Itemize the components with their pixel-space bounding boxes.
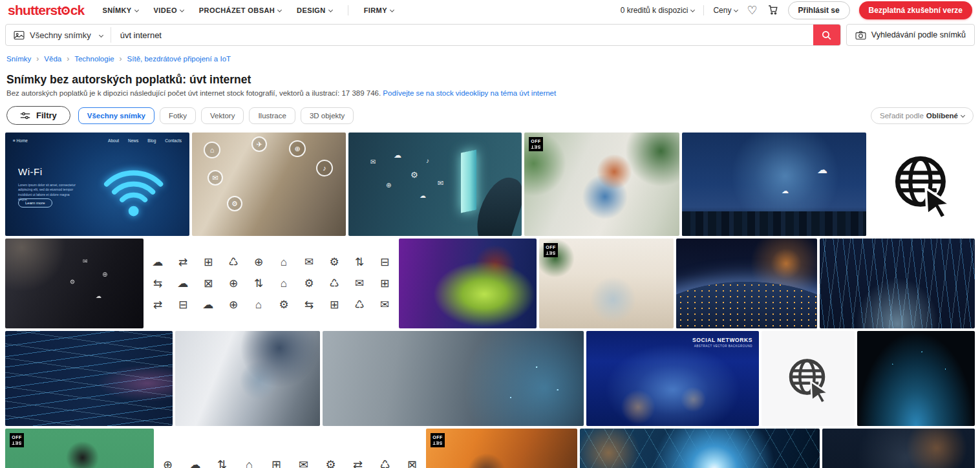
hand-silhouette — [470, 172, 522, 236]
page-title: Snímky bez autorských poplatků: úvt inte… — [6, 73, 974, 87]
icon-glyph: ⚙ — [329, 257, 340, 268]
icon-glyph: ⊟ — [379, 257, 390, 268]
thumbnail-dark-phone-laptop[interactable]: ✉ ⊕ ⚙ ☁ — [5, 239, 144, 328]
thumbnail-hands-phone-globe-hologram[interactable] — [175, 331, 320, 426]
search-input[interactable] — [111, 25, 813, 45]
breadcrumb-snimky[interactable]: Snímky — [6, 55, 31, 63]
thumbnail-data-transfer-icons-set[interactable]: ☁⇄⊞♺⊕⌂✉⚙⇅⊟⇆☁⊠⊕⇅⌂⚙♺✉⊞⇄⊟☁⊕⌂⚙⇆⊞♺✉ — [146, 239, 396, 328]
thumbnail-woman-floor-tablet[interactable]: OFFSET — [539, 239, 674, 328]
menu-icon: ≡ — [13, 138, 16, 143]
worldmap-caption: SOCIAL NETWORKS ABSTRACT VECTOR BACKGROU… — [692, 337, 752, 348]
wifi-icon — [80, 139, 187, 224]
breadcrumb-technologie[interactable]: Technologie — [74, 55, 114, 63]
music-icon: ♪ — [316, 160, 333, 176]
search-button[interactable] — [813, 25, 840, 45]
chevron-down-icon — [134, 8, 139, 12]
top-header: shutterst ck SNÍMKY VIDEO PROCHÁZET OBSA… — [0, 0, 980, 21]
thumbnail-globe-cursor-gray-icon[interactable] — [762, 331, 855, 426]
offset-badge: OFFSET — [544, 243, 558, 257]
thumbnail-neon-woman-phone[interactable] — [399, 239, 537, 328]
page-subtitle: Bez autorských poplatků je k dipozici ná… — [6, 89, 974, 97]
home-icon: ⌂ — [204, 142, 220, 158]
icon-glyph: ⊕ — [228, 278, 239, 289]
grid-row-1: ≡ Home About News Blog Contacts Wi-Fi Lo… — [5, 133, 975, 236]
signin-button[interactable]: Přihlásit se — [788, 1, 850, 19]
globe-cursor-icon — [784, 355, 832, 403]
icon-glyph: ⊞ — [329, 299, 340, 310]
cart-icon[interactable] — [767, 3, 779, 18]
thumbnail-blue-light-streaks[interactable] — [5, 331, 173, 426]
thumbnail-wifi-landing-page[interactable]: ≡ Home About News Blog Contacts Wi-Fi Lo… — [5, 133, 189, 236]
header-divider — [703, 5, 704, 16]
pill-vsechny-snimky[interactable]: Všechny snímky — [78, 107, 154, 124]
globe-cursor-icon — [888, 151, 955, 218]
filters-button[interactable]: Filtry — [6, 106, 70, 125]
thumbnail-typing-network-overlay[interactable] — [323, 331, 584, 426]
breadcrumb-separator: › — [120, 54, 122, 63]
icon-glyph: ⌂ — [279, 257, 290, 268]
chevron-down-icon — [328, 8, 333, 12]
icon-glyph: ⇅ — [253, 278, 264, 289]
breadcrumb-veda[interactable]: Věda — [44, 55, 61, 63]
thumbnail-man-orange-light[interactable]: OFFSET — [426, 429, 577, 468]
icon-glyph: ⌂ — [253, 299, 264, 310]
pill-ilustrace[interactable]: Ilustrace — [249, 107, 295, 124]
icon-glyph: ⇅ — [217, 459, 228, 468]
nav-snimky[interactable]: SNÍMKY — [102, 6, 138, 14]
breadcrumb-site[interactable]: Sítě, bezdrátové připojení a IoT — [127, 55, 231, 63]
shutterstock-logo[interactable]: shutterst ck — [8, 3, 84, 18]
search-category-dropdown[interactable]: Všechny snímky — [6, 25, 111, 45]
search-category-label: Všechny snímky — [30, 30, 91, 40]
icon-glyph: ⊠ — [203, 278, 214, 289]
grid-row-3: SOCIAL NETWORKS ABSTRACT VECTOR BACKGROU… — [5, 331, 975, 426]
pricing-menu[interactable]: Ceny — [713, 6, 738, 15]
thumbnail-fiber-light-streams[interactable] — [820, 239, 975, 328]
logo-text-suffix: ck — [70, 3, 85, 18]
earth-curve — [676, 282, 817, 328]
icon-glyph: ✉ — [298, 459, 310, 468]
credits-menu[interactable]: 0 kreditů k dispozici — [621, 6, 695, 15]
pill-fotky[interactable]: Fotky — [160, 107, 196, 124]
icon-glyph: ⊞ — [379, 278, 390, 289]
logo-text-prefix: shutterst — [8, 3, 61, 18]
search-by-image-button[interactable]: Vyhledávání podle snímků — [846, 24, 975, 46]
sliders-icon — [20, 111, 30, 120]
city-skyline — [682, 211, 866, 236]
nav-prochazet-obsah[interactable]: PROCHÁZET OBSAH — [199, 6, 281, 14]
icon-glyph: ☁ — [153, 257, 164, 268]
videoclips-link[interactable]: Podívejte se na stock videoklipy na téma… — [383, 89, 556, 97]
favorites-heart-icon[interactable]: ♡ — [747, 5, 757, 16]
thumbnail-network-icons-set[interactable]: ⊕☁⇅⌂⊞✉⚙⇄♺⊠⇆⊟☁⊕⌂⚙✉⇅⊞⇄ — [156, 429, 423, 468]
thumbnail-dark-earth-network[interactable] — [857, 331, 975, 426]
sort-dropdown[interactable]: Seřadit podle Oblíbené — [871, 107, 974, 124]
nav-design[interactable]: DESIGN — [297, 6, 332, 14]
pill-vektory[interactable]: Vektory — [201, 107, 244, 124]
thumbnail-earth-horizon-space[interactable] — [676, 239, 817, 328]
thumbnail-globe-cursor-icon[interactable] — [869, 133, 975, 236]
free-trial-button[interactable]: Bezplatná zkušební verze — [859, 1, 972, 19]
thumbnail-woman-headphones-laptop[interactable]: OFFSET — [524, 133, 679, 236]
main-nav: SNÍMKY VIDEO PROCHÁZET OBSAH DESIGN FIRM… — [102, 5, 393, 16]
icon-grid: ⊕☁⇅⌂⊞✉⚙⇄♺⊠⇆⊟☁⊕⌂⚙✉⇅⊞⇄ — [162, 459, 418, 468]
icon-glyph: ✉ — [379, 299, 390, 310]
thumbnail-social-networks-map[interactable]: SOCIAL NETWORKS ABSTRACT VECTOR BACKGROU… — [586, 331, 759, 426]
thumbnail-hexagon-network-earth[interactable] — [580, 429, 820, 468]
icon-glyph: ♺ — [228, 257, 239, 268]
icon-glyph: ⚙ — [304, 278, 315, 289]
nav-video[interactable]: VIDEO — [154, 6, 184, 14]
thumbnail-hand-wifi-glow[interactable] — [822, 429, 975, 468]
thumbnail-icons-portal-hand[interactable]: ✉ ☁ ⚙ ⊕ ♪ ✉ ☁ — [348, 133, 522, 236]
camera-icon — [855, 30, 866, 40]
pill-3d-objekty[interactable]: 3D objekty — [301, 107, 354, 124]
icon-glyph: ☁ — [189, 459, 201, 468]
thumbnail-phone-over-laptop[interactable]: ⌂ ✈ ⊕ ✉ ♪ ⚙ — [192, 133, 346, 236]
offset-badge: OFFSET — [431, 433, 445, 447]
nav-firmy[interactable]: FIRMY — [364, 6, 394, 14]
icon-glyph: ⌂ — [279, 278, 290, 289]
icon-grid: ☁⇄⊞♺⊕⌂✉⚙⇅⊟⇆☁⊠⊕⇅⌂⚙♺✉⊞⇄⊟☁⊕⌂⚙⇆⊞♺✉ — [153, 257, 390, 310]
thumbnail-woman-green-background[interactable]: OFFSET — [5, 429, 154, 468]
icon-glyph: ⚙ — [279, 299, 290, 310]
thumbnail-city-network-globe[interactable]: ☁ ☁ — [682, 133, 866, 236]
wifi-card-learn-more: Learn more — [18, 198, 52, 207]
icon-glyph: ⇄ — [153, 299, 164, 310]
